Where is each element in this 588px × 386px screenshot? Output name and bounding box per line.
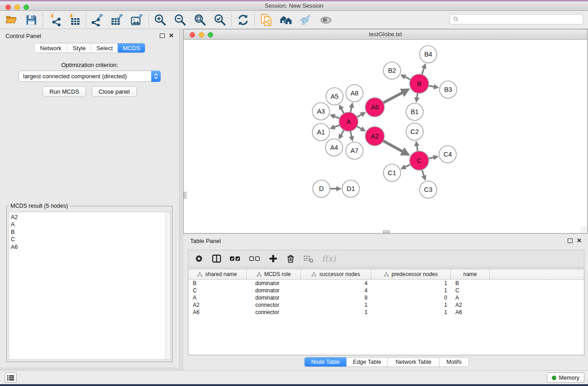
close-table-panel-icon[interactable]: ✕ [577, 238, 582, 243]
column-header-MCDS-role[interactable]: MCDS role [247, 269, 301, 279]
table-row[interactable]: A6connector11A6 [188, 309, 584, 316]
node-B4[interactable]: B4 [420, 46, 437, 63]
close-panel-button[interactable]: Close panel [92, 86, 137, 97]
float-panel-icon[interactable] [160, 33, 165, 38]
tab-network[interactable]: Network [34, 43, 67, 52]
listbox-scrollbar[interactable] [165, 212, 170, 359]
tab-node-table[interactable]: Node Table [305, 357, 346, 367]
deselect-all-icon[interactable] [249, 253, 260, 264]
table-cell: 1 [371, 287, 451, 294]
network-close-button[interactable] [190, 32, 195, 38]
column-header-name[interactable]: name [451, 269, 490, 279]
table-row[interactable]: Cdominator41C [188, 287, 584, 294]
tab-edge-table[interactable]: Edge Table [346, 357, 387, 367]
table-row[interactable]: Bdominator41B [188, 280, 584, 287]
node-A4[interactable]: A4 [325, 139, 343, 156]
zoom-in-icon[interactable] [153, 13, 167, 27]
float-table-panel-icon[interactable] [568, 238, 573, 243]
show-eye-icon[interactable] [319, 13, 333, 27]
select-all-icon[interactable] [229, 253, 241, 264]
node-B[interactable]: B [410, 74, 429, 93]
home-icon[interactable] [279, 13, 293, 27]
refresh-icon[interactable] [236, 13, 250, 27]
node-A[interactable]: A [339, 112, 358, 131]
tab-mcds[interactable]: MCDS [118, 43, 145, 52]
tab-motifs[interactable]: Motifs [439, 357, 468, 367]
tab-style[interactable]: Style [67, 43, 91, 52]
node-A7[interactable]: A7 [346, 142, 363, 159]
column-header-shared-name[interactable]: shared name [188, 269, 247, 279]
export-table-icon[interactable] [110, 13, 124, 27]
open-folder-icon[interactable] [5, 13, 18, 27]
desktop-edge-bottom [0, 384, 588, 386]
column-label: shared name [205, 271, 237, 277]
mcds-result-item[interactable]: C [11, 236, 170, 243]
mcds-result-item[interactable]: A2 [11, 214, 170, 221]
export-network-icon[interactable] [91, 13, 104, 27]
node-C[interactable]: C [410, 151, 429, 170]
minimize-window-button[interactable] [14, 5, 20, 10]
mcds-result-listbox[interactable]: A2ABCA6 [9, 212, 171, 360]
add-icon[interactable] [268, 253, 278, 264]
import-network-icon[interactable] [48, 13, 61, 27]
show-panels-button[interactable] [5, 372, 17, 383]
node-C1[interactable]: C1 [383, 164, 401, 181]
table-row[interactable]: Adominator80A [188, 294, 584, 301]
network-zoom-button[interactable] [208, 32, 213, 38]
hide-eye-icon[interactable] [299, 13, 313, 27]
export-image-icon[interactable] [130, 13, 144, 27]
network-minimize-button[interactable] [199, 32, 204, 38]
tab-select[interactable]: Select [91, 43, 118, 52]
toolbar-separator [148, 13, 149, 27]
zoom-window-button[interactable] [24, 5, 29, 10]
node-A2[interactable]: A2 [365, 127, 384, 146]
import-table-icon[interactable] [67, 13, 81, 27]
memory-button[interactable]: Memory [547, 372, 584, 383]
node-A8[interactable]: A8 [346, 85, 363, 102]
search-field[interactable] [449, 14, 583, 24]
run-mcds-button[interactable]: Run MCDS [43, 86, 86, 97]
tab-network-table[interactable]: Network Table [387, 357, 439, 367]
close-window-button[interactable] [5, 5, 11, 10]
clone-network-icon[interactable] [259, 13, 273, 27]
optimization-criterion-select[interactable]: largest connected component (directed) [19, 71, 161, 82]
node-A6[interactable]: A6 [365, 98, 384, 117]
network-graph[interactable]: B4B2BB3A8A5A6A3B1AA1C2A2A4A7C4CC1DD1C3 [184, 40, 587, 233]
column-header-predecessor-nodes[interactable]: predecessor nodes [371, 269, 451, 279]
mcds-result-item[interactable]: A [11, 221, 170, 228]
node-D[interactable]: D [313, 180, 330, 197]
optimization-criterion-label: Optimization criterion: [0, 62, 179, 68]
node-A5[interactable]: A5 [326, 88, 343, 105]
trash-icon[interactable] [286, 253, 295, 264]
node-A1[interactable]: A1 [312, 124, 330, 141]
node-C4[interactable]: C4 [439, 146, 456, 163]
table-cell: dominator [247, 295, 301, 301]
save-icon[interactable] [24, 13, 38, 27]
node-B3[interactable]: B3 [440, 81, 457, 98]
left-splitter-grip[interactable] [184, 192, 186, 199]
svg-text:C2: C2 [411, 128, 419, 135]
table-row[interactable]: A2connector11A2 [188, 301, 584, 309]
node-B2[interactable]: B2 [383, 62, 401, 79]
bottom-splitter-grip[interactable] [383, 230, 390, 233]
mcds-result-item[interactable]: A6 [11, 243, 170, 251]
node-C3[interactable]: C3 [420, 181, 437, 198]
close-panel-icon[interactable]: ✕ [169, 33, 174, 38]
zoom-fit-icon[interactable] [193, 13, 207, 27]
columns-icon[interactable] [212, 253, 221, 264]
node-B1[interactable]: B1 [406, 103, 423, 120]
node-C2[interactable]: C2 [406, 123, 423, 140]
search-input[interactable] [461, 16, 583, 23]
resize-corner-grip[interactable] [581, 227, 587, 233]
node-D1[interactable]: D1 [342, 180, 359, 197]
svg-text:A8: A8 [350, 90, 359, 97]
zoom-selected-icon[interactable] [213, 13, 227, 27]
node-A3[interactable]: A3 [312, 103, 330, 120]
svg-text:C1: C1 [388, 169, 397, 176]
network-canvas[interactable]: B4B2BB3A8A5A6A3B1AA1C2A2A4A7C4CC1DD1C3 [184, 40, 587, 233]
table-cell: 4 [301, 287, 371, 294]
zoom-out-icon[interactable] [173, 13, 187, 27]
mcds-result-item[interactable]: B [11, 229, 170, 236]
column-header-successor-nodes[interactable]: successor nodes [301, 269, 371, 279]
gear-icon[interactable] [194, 253, 204, 264]
